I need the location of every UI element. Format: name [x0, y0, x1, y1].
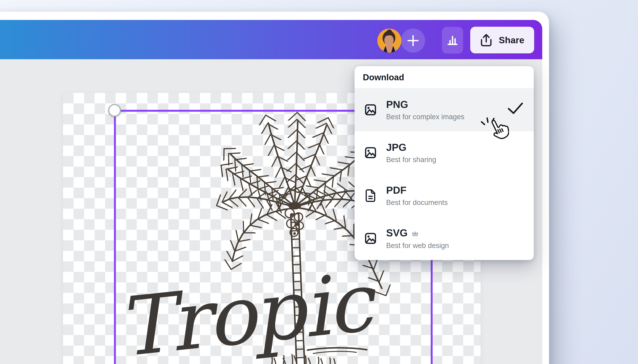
user-avatar[interactable] — [377, 28, 401, 53]
add-design-button[interactable] — [401, 28, 425, 53]
menu-item-title: JPG — [386, 142, 436, 152]
share-button-label: Share — [499, 35, 524, 45]
menu-item-jpg[interactable]: JPG Best for sharing — [355, 131, 534, 174]
download-menu: Download PNG Best for complex images — [355, 66, 534, 260]
menu-item-title: PNG — [386, 99, 464, 110]
share-button[interactable]: Share — [470, 27, 534, 54]
upload-icon — [480, 33, 492, 47]
insights-button[interactable] — [442, 27, 463, 54]
menu-item-title: PDF — [386, 185, 448, 195]
editor-topbar: Share — [0, 20, 542, 59]
menu-item-title: SVG — [386, 228, 408, 238]
bar-chart-icon — [447, 35, 458, 46]
checkmark-icon — [507, 102, 524, 114]
download-menu-title: Download — [363, 72, 404, 82]
menu-item-description: Best for documents — [386, 199, 448, 206]
download-menu-header: Download — [355, 66, 534, 88]
menu-item-description: Best for sharing — [386, 156, 436, 164]
menu-item-description: Best for web design — [386, 242, 449, 249]
menu-item-description: Best for complex images — [386, 113, 464, 120]
document-icon — [365, 189, 376, 202]
avatar-photo-icon — [377, 28, 401, 53]
crown-icon — [412, 228, 418, 238]
design-text[interactable]: Tropic — [113, 254, 382, 364]
plus-icon — [407, 34, 419, 47]
menu-item-svg[interactable]: SVG Best for web design — [355, 217, 534, 260]
menu-item-pdf[interactable]: PDF Best for documents — [355, 174, 534, 217]
image-icon — [365, 104, 376, 116]
image-icon — [365, 232, 376, 244]
menu-item-png[interactable]: PNG Best for complex images — [355, 88, 534, 131]
selection-handle[interactable] — [108, 104, 121, 117]
image-icon — [365, 146, 376, 159]
